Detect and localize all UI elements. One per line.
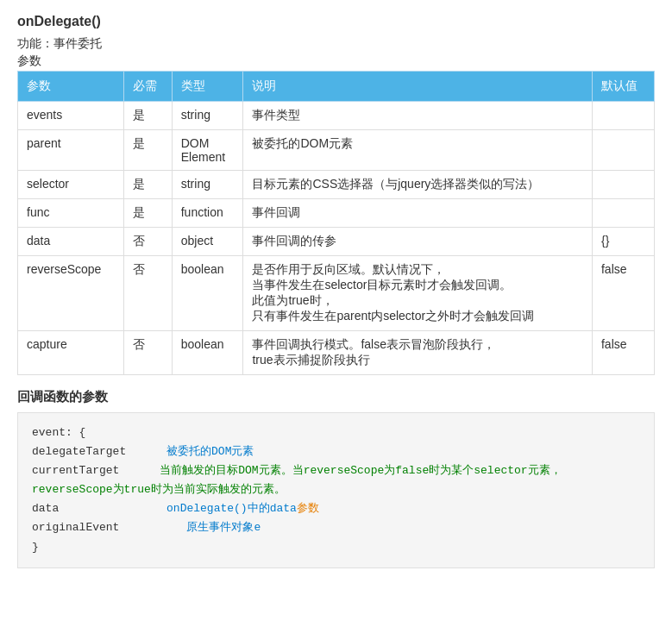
cell-param: selector	[18, 171, 124, 199]
cell-required: 否	[123, 331, 172, 375]
cell-desc: 是否作用于反向区域。默认情况下，当事件发生在selector目标元素时才会触发回…	[243, 256, 593, 331]
code-original-val: 原生事件对象e	[186, 521, 261, 534]
cell-param: reverseScope	[18, 256, 124, 331]
cell-desc: 目标元素的CSS选择器（与jquery选择器类似的写法）	[243, 171, 593, 199]
cell-desc: 事件类型	[243, 102, 593, 130]
cell-required: 是	[123, 102, 172, 130]
cell-type: object	[172, 228, 243, 256]
cell-required: 否	[123, 256, 172, 331]
code-delegate-val: 被委托的DOM元素	[166, 445, 254, 458]
cell-required: 是	[123, 130, 172, 171]
cell-type: boolean	[172, 331, 243, 375]
cell-type: DOMElement	[172, 130, 243, 171]
code-data-val-suffix: 参数	[297, 502, 319, 515]
cell-desc: 事件回调执行模式。false表示冒泡阶段执行，true表示捕捉阶段执行	[243, 331, 593, 375]
table-row: parent是DOMElement被委托的DOM元素	[18, 130, 655, 171]
cell-param: events	[18, 102, 124, 130]
cell-default	[592, 102, 654, 130]
table-row: reverseScope否boolean是否作用于反向区域。默认情况下，当事件发…	[18, 256, 655, 331]
cell-type: function	[172, 199, 243, 228]
cell-default: false	[592, 256, 654, 331]
table-row: func是function事件回调	[18, 199, 655, 228]
cell-default: {}	[592, 228, 654, 256]
cell-param: parent	[18, 130, 124, 171]
code-current-key: currentTarget	[32, 464, 119, 477]
cell-type: string	[172, 102, 243, 130]
cell-default: false	[592, 331, 654, 375]
table-row: capture否boolean事件回调执行模式。false表示冒泡阶段执行，tr…	[18, 331, 655, 375]
params-table: 参数 必需 类型 说明 默认值 events是string事件类型parent是…	[17, 71, 655, 375]
table-row: selector是string目标元素的CSS选择器（与jquery选择器类似的…	[18, 171, 655, 199]
cell-default	[592, 171, 654, 199]
callback-section-title: 回调函数的参数	[17, 389, 655, 405]
code-data-key: data	[32, 502, 59, 515]
cell-default	[592, 199, 654, 228]
col-type: 类型	[172, 72, 243, 102]
cell-type: boolean	[172, 256, 243, 331]
meta-params: 参数	[17, 53, 655, 69]
cell-desc: 事件回调	[243, 199, 593, 228]
code-close: }	[32, 541, 39, 554]
cell-desc: 事件回调的传参	[243, 228, 593, 256]
table-row: data否object事件回调的传参{}	[18, 228, 655, 256]
cell-desc: 被委托的DOM元素	[243, 130, 593, 171]
col-desc: 说明	[243, 72, 593, 102]
cell-required: 否	[123, 228, 172, 256]
cell-required: 是	[123, 171, 172, 199]
cell-default	[592, 130, 654, 171]
meta-function: 功能：事件委托	[17, 36, 655, 52]
code-original-key: originalEvent	[32, 521, 119, 534]
code-delegate-key: delegateTarget	[32, 445, 126, 458]
cell-param: data	[18, 228, 124, 256]
code-line1: event: {	[32, 426, 85, 439]
code-block: event: { delegateTarget 被委托的DOM元素 curren…	[17, 412, 655, 568]
cell-param: capture	[18, 331, 124, 375]
page-title: onDelegate()	[17, 14, 655, 29]
table-row: events是string事件类型	[18, 102, 655, 130]
cell-required: 是	[123, 199, 172, 228]
cell-type: string	[172, 171, 243, 199]
col-param: 参数	[18, 72, 124, 102]
col-default: 默认值	[592, 72, 654, 102]
col-required: 必需	[123, 72, 172, 102]
cell-param: func	[18, 199, 124, 228]
code-data-val-prefix: onDelegate()中的data	[166, 502, 297, 515]
